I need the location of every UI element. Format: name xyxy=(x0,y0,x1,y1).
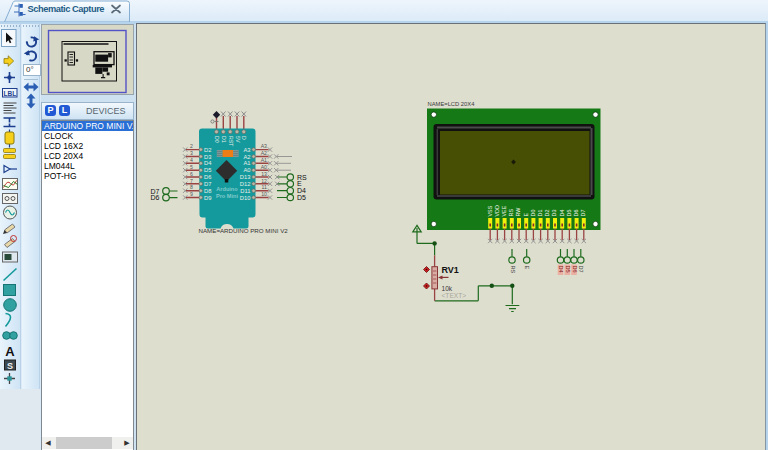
svg-text:D2: D2 xyxy=(204,147,211,153)
svg-text:VDD: VDD xyxy=(494,205,500,216)
svg-text:A1: A1 xyxy=(243,160,250,166)
svg-text:D10: D10 xyxy=(240,195,251,201)
svg-text:11: 11 xyxy=(262,184,267,190)
svg-text:D6: D6 xyxy=(151,194,160,201)
svg-text:7: 7 xyxy=(190,178,193,184)
svg-text:D1: D1 xyxy=(221,136,227,143)
svg-text:D9: D9 xyxy=(204,195,211,201)
svg-text:D13: D13 xyxy=(240,174,251,180)
svg-text:D0: D0 xyxy=(530,210,536,217)
svg-text:D6: D6 xyxy=(573,210,579,217)
svg-text:RST: RST xyxy=(228,136,234,147)
svg-text:Pro Mini: Pro Mini xyxy=(216,193,239,199)
svg-text:D12: D12 xyxy=(240,181,251,187)
svg-text:D5: D5 xyxy=(297,194,306,201)
svg-text:8: 8 xyxy=(190,184,193,190)
svg-text:D4: D4 xyxy=(559,210,565,217)
svg-text:RV1: RV1 xyxy=(442,265,459,275)
svg-text:D2: D2 xyxy=(544,210,550,217)
svg-text:RS: RS xyxy=(510,266,516,274)
svg-text:D: D xyxy=(241,136,247,140)
svg-text:Arduino: Arduino xyxy=(216,186,238,192)
svg-text:D0: D0 xyxy=(214,136,220,143)
svg-text:A1: A1 xyxy=(261,157,267,163)
svg-text:D5: D5 xyxy=(565,266,571,273)
svg-text:A2: A2 xyxy=(243,154,250,160)
svg-text:VEE: VEE xyxy=(501,205,507,216)
svg-text:5V: 5V xyxy=(235,136,241,143)
svg-text:13: 13 xyxy=(261,171,267,177)
svg-text:D1: D1 xyxy=(537,210,543,217)
svg-text:NAME=LCD 20X4: NAME=LCD 20X4 xyxy=(428,101,476,107)
svg-text:E: E xyxy=(524,266,530,270)
svg-text:10: 10 xyxy=(261,191,267,197)
svg-text:D3: D3 xyxy=(204,154,211,160)
svg-text:D3: D3 xyxy=(551,210,557,217)
svg-text:D7: D7 xyxy=(578,266,584,273)
svg-text:D6: D6 xyxy=(572,266,578,273)
svg-text:3: 3 xyxy=(190,150,193,156)
svg-text:D7: D7 xyxy=(580,210,586,217)
svg-text:D5: D5 xyxy=(204,167,211,173)
svg-text:<TEXT>: <TEXT> xyxy=(442,292,467,299)
svg-text:2: 2 xyxy=(190,143,193,149)
svg-text:4: 4 xyxy=(190,157,193,163)
svg-text:D8: D8 xyxy=(204,188,211,194)
svg-text:D6: D6 xyxy=(204,174,211,180)
svg-text:D7: D7 xyxy=(204,181,211,187)
svg-text:9: 9 xyxy=(190,191,193,197)
svg-text:A3: A3 xyxy=(243,147,250,153)
svg-text:A2: A2 xyxy=(261,150,267,156)
svg-text:D4: D4 xyxy=(558,266,564,273)
svg-text:D5: D5 xyxy=(566,210,572,217)
svg-text:A3: A3 xyxy=(261,143,267,149)
svg-text:A0: A0 xyxy=(261,164,267,170)
svg-text:LBL: LBL xyxy=(3,90,16,97)
svg-text:E: E xyxy=(523,213,529,217)
svg-text:VSS: VSS xyxy=(487,205,493,216)
svg-text:D11: D11 xyxy=(240,188,250,194)
svg-text:5: 5 xyxy=(190,164,193,170)
svg-text:RW: RW xyxy=(515,207,521,217)
svg-text:A0: A0 xyxy=(243,167,250,173)
svg-text:A: A xyxy=(5,344,15,359)
svg-text:S: S xyxy=(7,361,13,371)
svg-text:6: 6 xyxy=(190,171,193,177)
svg-text:10k: 10k xyxy=(442,285,453,292)
svg-text:NAME=ARDUINO PRO MINI V2: NAME=ARDUINO PRO MINI V2 xyxy=(199,227,289,234)
svg-text:12: 12 xyxy=(261,178,267,184)
svg-text:RS: RS xyxy=(508,209,514,217)
svg-text:D4: D4 xyxy=(204,160,212,166)
